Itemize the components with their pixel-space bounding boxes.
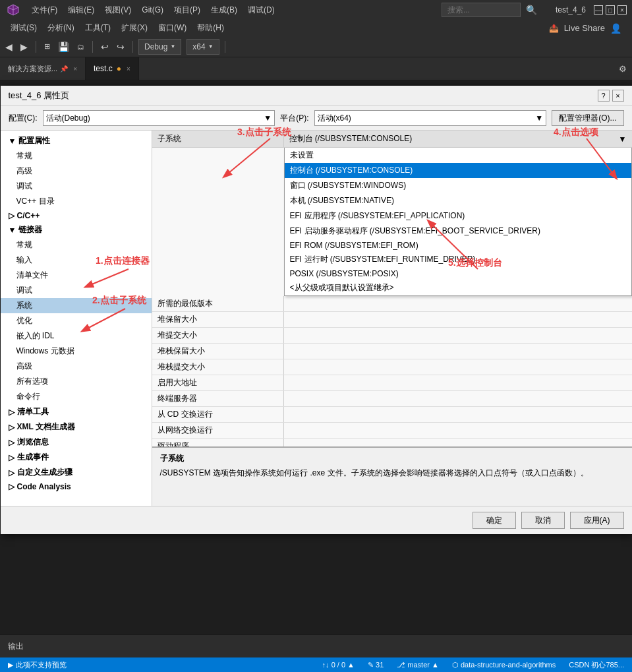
dropdown-item-console[interactable]: 控制台 (/SUBSYSTEM:CONSOLE) [285,163,631,178]
tree-item-linker-system[interactable]: 系统 [1,298,152,313]
tree-item-xml-gen[interactable]: ▷ XML 文档生成器 [1,419,152,435]
menu-build[interactable]: 生成(B) [206,2,243,18]
save-all-button[interactable]: 🗂 [74,42,87,52]
col-value-header[interactable]: 控制台 (/SUBSYSTEM:CONSOLE) ▼ [284,131,632,147]
prop-value-swap-net[interactable] [284,423,632,438]
status-lines[interactable]: ↑↓ 0 / 0 ▲ [320,660,357,670]
tree-item-manifest-tool[interactable]: ▷ 清单工具 [1,404,152,419]
tab-solution-close[interactable]: × [73,65,77,73]
dropdown-item-windows[interactable]: 窗口 (/SUBSYSTEM:WINDOWS) [285,178,631,193]
prop-value-stack-commit[interactable] [284,359,632,375]
dropdown-item-efi-app[interactable]: EFI 应用程序 (/SUBSYSTEM:EFI_APPLICATION) [285,208,631,224]
dropdown-item-inherit[interactable]: <从父级或项目默认设置继承> [285,280,631,295]
menu-file[interactable]: 文件(F) [26,2,63,18]
dialog-close-button[interactable]: × [612,90,624,102]
maximize-button[interactable]: □ [606,5,615,15]
ok-button[interactable]: 确定 [473,512,516,529]
dialog-help-button[interactable]: ? [598,90,610,102]
config-manager-button[interactable]: 配置管理器(O)... [552,110,623,126]
menu-debug[interactable]: 调试(D) [243,2,280,18]
status-repo[interactable]: ⬡ data-structure-and-algorithms [449,660,558,670]
prop-value-heap-reserve[interactable] [284,312,632,327]
property-grid: 子系统 控制台 (/SUBSYSTEM:CONSOLE) ▼ 未设置 控制台 (… [152,131,632,446]
tree-item-custom-build[interactable]: ▷ 自定义生成步骤 [1,465,152,480]
menu-window[interactable]: 窗口(W) [153,20,192,36]
menu-help[interactable]: 帮助(H) [192,20,229,36]
tree-item-code-analysis[interactable]: ▷ Code Analysis [1,480,152,493]
prop-name-swap-cd: 从 CD 交换运行 [152,407,284,422]
status-col[interactable]: ✎ 31 [365,660,386,670]
dropdown-item-unset[interactable]: 未设置 [285,148,631,163]
tree-item-linker-advanced[interactable]: 高级 [1,359,152,374]
menu-edit[interactable]: 编辑(E) [63,2,100,18]
menu-view[interactable]: 视图(V) [100,2,136,18]
tree-item-linker-winmeta[interactable]: Windows 元数据 [1,344,152,359]
platform-dropdown-arrow: ▼ [208,44,214,49]
dropdown-item-posix[interactable]: POSIX (/SUBSYSTEM:POSIX) [285,267,631,280]
live-share-label[interactable]: Live Share [564,23,605,33]
tree-item-linker-debug[interactable]: 调试 [1,283,152,298]
tab-test-c[interactable]: test.c ● × [86,57,139,80]
tree-item-build-events[interactable]: ▷ 生成事件 [1,450,152,465]
debug-dropdown[interactable]: Debug ▼ [138,39,181,55]
menu-tools[interactable]: 工具(T) [80,20,116,36]
grid-header: 子系统 控制台 (/SUBSYSTEM:CONSOLE) ▼ [152,131,632,148]
back-button[interactable]: ◀ [3,40,15,53]
prop-value-stack-reserve[interactable] [284,344,632,359]
tree-item-linker-manifest[interactable]: 清单文件 [1,268,152,283]
status-branch[interactable]: ⎇ master ▲ [394,660,442,670]
tab-settings-button[interactable]: ⚙ [614,61,632,76]
tab-solution-explorer[interactable]: 解决方案资源... 📌 × [0,57,86,80]
dropdown-item-efi-runtime[interactable]: EFI 运行时 (/SUBSYSTEM:EFI_RUNTIME_DRIVER) [285,252,631,267]
tree-item-linker-input[interactable]: 输入 [1,253,152,268]
tree-item-linker-optimize[interactable]: 优化 [1,313,152,328]
menu-analyze[interactable]: 分析(N) [42,20,80,36]
prop-value-swap-cd[interactable] [284,407,632,422]
search-input[interactable] [442,3,521,17]
close-window-button[interactable]: × [618,5,627,15]
prop-value-terminal[interactable] [284,391,632,406]
tree-item-linker-idl[interactable]: 嵌入的 IDL [1,328,152,344]
tab-test-close[interactable]: × [127,65,130,73]
config-select[interactable]: 活动(Debug) ▼ [43,110,275,126]
prop-value-large-addr[interactable] [284,375,632,390]
apply-button[interactable]: 应用(A) [570,512,624,529]
tree-item-debug-config[interactable]: 调试 [1,179,152,194]
tree-item-linker-all[interactable]: 所有选项 [1,374,152,389]
platform-arrow: ▼ [535,113,543,123]
dropdown-container: 未设置 控制台 (/SUBSYSTEM:CONSOLE) 窗口 (/SUBSYS… [152,148,632,296]
undo-button[interactable]: ↩ [98,40,111,53]
menu-extensions[interactable]: 扩展(X) [116,20,153,36]
tree-item-linker-general[interactable]: 常规 [1,237,152,253]
tree-item-browse[interactable]: ▷ 浏览信息 [1,435,152,450]
tree-item-general[interactable]: 常规 [1,148,152,164]
content-panel: 子系统 控制台 (/SUBSYSTEM:CONSOLE) ▼ 未设置 控制台 (… [152,131,632,506]
menu-test[interactable]: 测试(S) [5,20,42,36]
prop-value-heap-commit[interactable] [284,328,632,343]
forward-button[interactable]: ▶ [18,40,30,53]
platform-select[interactable]: 活动(x64) ▼ [314,110,547,126]
tree-item-config-props[interactable]: ▼ 配置属性 [1,133,152,148]
minimize-button[interactable]: — [594,5,603,15]
dropdown-item-native[interactable]: 本机 (/SUBSYSTEM:NATIVE) [285,193,631,208]
tree-item-vc-dirs[interactable]: VC++ 目录 [1,194,152,209]
status-preview[interactable]: ▶ 此项不支持预览 [5,660,69,670]
platform-dropdown[interactable]: x64 ▼ [187,39,219,55]
menu-project[interactable]: 项目(P) [169,2,206,18]
save-button[interactable]: 💾 [55,40,72,53]
tree-item-linker[interactable]: ▼ 链接器 [1,222,152,237]
dropdown-item-efi-boot[interactable]: EFI 启动服务驱动程序 (/SUBSYSTEM:EFI_BOOT_SERVIC… [285,224,631,239]
dropdown-item-efi-rom[interactable]: EFI ROM (/SUBSYSTEM:EFI_ROM) [285,239,631,252]
tab-pin-icon[interactable]: 📌 [60,65,68,73]
status-right-info[interactable]: CSDN 初心785... [566,660,627,670]
prop-value-min-version[interactable] [284,296,632,311]
prop-value-driver[interactable] [284,439,632,446]
tree-item-cpp[interactable]: ▷ C/C++ [1,209,152,222]
tree-item-advanced[interactable]: 高级 [1,164,152,179]
redo-button[interactable]: ↪ [114,40,127,53]
menu-git[interactable]: Git(G) [136,3,169,17]
solution-explorer-button[interactable]: ⊞ [42,41,53,52]
cancel-button[interactable]: 取消 [521,512,565,529]
tree-item-linker-cmdline[interactable]: 命令行 [1,389,152,404]
window-controls: test_4_6 — □ × [550,4,627,16]
